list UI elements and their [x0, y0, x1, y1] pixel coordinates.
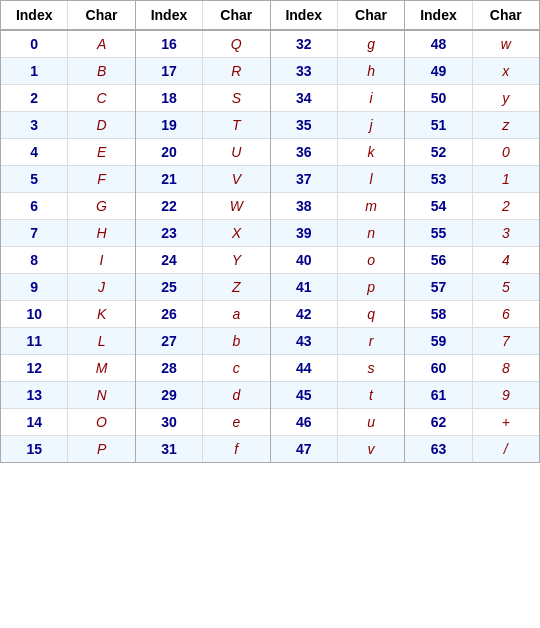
table-row: 1B [1, 58, 135, 85]
table-row: 49x [405, 58, 539, 85]
table-row: 17R [136, 58, 270, 85]
index-cell: 34 [271, 85, 338, 111]
table-row: 597 [405, 328, 539, 355]
index-cell: 41 [271, 274, 338, 300]
index-cell: 21 [136, 166, 203, 192]
index-cell: 31 [136, 436, 203, 462]
index-cell: 45 [271, 382, 338, 408]
index-cell: 42 [271, 301, 338, 327]
table-row: 28c [136, 355, 270, 382]
index-cell: 16 [136, 31, 203, 57]
index-cell: 47 [271, 436, 338, 462]
char-cell: 5 [473, 274, 539, 300]
char-cell: f [203, 436, 269, 462]
header-row-2: IndexChar [271, 1, 405, 31]
index-cell: 15 [1, 436, 68, 462]
table-row: 33h [271, 58, 405, 85]
index-cell: 62 [405, 409, 472, 435]
table-row: 13N [1, 382, 135, 409]
table-row: 36k [271, 139, 405, 166]
index-cell: 51 [405, 112, 472, 138]
char-cell: t [338, 382, 404, 408]
table-row: 608 [405, 355, 539, 382]
table-row: 5F [1, 166, 135, 193]
index-cell: 3 [1, 112, 68, 138]
index-cell: 18 [136, 85, 203, 111]
table-row: 23X [136, 220, 270, 247]
table-row: 575 [405, 274, 539, 301]
char-cell: d [203, 382, 269, 408]
index-cell: 35 [271, 112, 338, 138]
index-cell: 25 [136, 274, 203, 300]
column-group-1: IndexChar16Q17R18S19T20U21V22W23X24Y25Z2… [136, 1, 271, 462]
char-cell: J [68, 274, 134, 300]
char-cell: c [203, 355, 269, 381]
table-row: 586 [405, 301, 539, 328]
table-row: 19T [136, 112, 270, 139]
table-row: 40o [271, 247, 405, 274]
table-row: 45t [271, 382, 405, 409]
index-cell: 12 [1, 355, 68, 381]
table-row: 9J [1, 274, 135, 301]
index-cell: 5 [1, 166, 68, 192]
index-cell: 44 [271, 355, 338, 381]
index-cell: 36 [271, 139, 338, 165]
table-row: 41p [271, 274, 405, 301]
table-row: 27b [136, 328, 270, 355]
char-cell: P [68, 436, 134, 462]
char-cell: V [203, 166, 269, 192]
table-row: 0A [1, 31, 135, 58]
char-cell: F [68, 166, 134, 192]
char-cell: I [68, 247, 134, 273]
char-cell: x [473, 58, 539, 84]
column-group-3: IndexChar48w49x50y51z5205315425535645755… [405, 1, 539, 462]
char-cell: w [473, 31, 539, 57]
index-cell: 37 [271, 166, 338, 192]
char-cell: b [203, 328, 269, 354]
char-cell: / [473, 436, 539, 462]
header-row-1: IndexChar [136, 1, 270, 31]
index-cell: 61 [405, 382, 472, 408]
index-cell: 27 [136, 328, 203, 354]
char-cell: R [203, 58, 269, 84]
table-row: 48w [405, 31, 539, 58]
index-header: Index [405, 1, 472, 29]
char-cell: D [68, 112, 134, 138]
char-cell: l [338, 166, 404, 192]
index-cell: 56 [405, 247, 472, 273]
table-row: 38m [271, 193, 405, 220]
column-group-0: IndexChar0A1B2C3D4E5F6G7H8I9J10K11L12M13… [1, 1, 136, 462]
char-header: Char [203, 1, 269, 29]
table-row: 46u [271, 409, 405, 436]
table-row: 29d [136, 382, 270, 409]
char-cell: 3 [473, 220, 539, 246]
header-row-0: IndexChar [1, 1, 135, 31]
char-cell: Y [203, 247, 269, 273]
index-cell: 11 [1, 328, 68, 354]
index-cell: 52 [405, 139, 472, 165]
char-cell: 7 [473, 328, 539, 354]
index-cell: 29 [136, 382, 203, 408]
char-cell: z [473, 112, 539, 138]
char-cell: H [68, 220, 134, 246]
char-cell: n [338, 220, 404, 246]
index-cell: 19 [136, 112, 203, 138]
index-cell: 38 [271, 193, 338, 219]
char-cell: 8 [473, 355, 539, 381]
index-cell: 48 [405, 31, 472, 57]
char-cell: B [68, 58, 134, 84]
table-row: 26a [136, 301, 270, 328]
table-row: 11L [1, 328, 135, 355]
table-row: 37l [271, 166, 405, 193]
table-row: 7H [1, 220, 135, 247]
char-cell: A [68, 31, 134, 57]
index-cell: 10 [1, 301, 68, 327]
index-cell: 32 [271, 31, 338, 57]
char-cell: g [338, 31, 404, 57]
index-cell: 13 [1, 382, 68, 408]
table-row: 50y [405, 85, 539, 112]
index-cell: 39 [271, 220, 338, 246]
char-cell: 2 [473, 193, 539, 219]
char-cell: + [473, 409, 539, 435]
index-cell: 7 [1, 220, 68, 246]
